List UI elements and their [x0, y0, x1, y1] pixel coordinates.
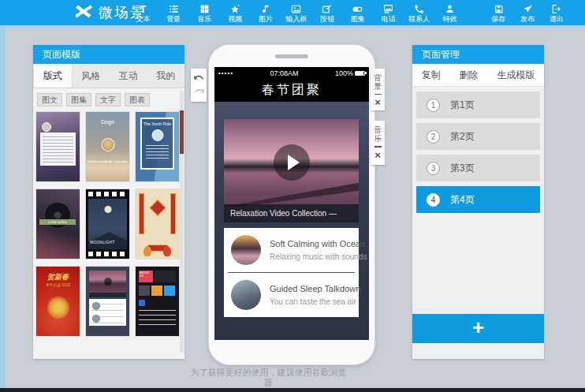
page-title[interactable]: 春节团聚 [214, 79, 369, 102]
redo-button[interactable] [194, 88, 204, 96]
page-number-badge: 4 [427, 193, 440, 207]
template-scrollbar-thumb[interactable] [180, 110, 184, 154]
delete-page-button[interactable]: 删除 [459, 69, 478, 82]
globe-circle [151, 129, 163, 141]
template-filters: 图文 图集 文字 图表 [33, 88, 184, 110]
toolbar-items: T 文本 背景 音乐 视频 图片 输入框 按钮 图集 [128, 0, 465, 25]
minimize-dash[interactable] [374, 94, 382, 95]
picture-bar-icon [383, 4, 393, 15]
template-thumbnail-love-song[interactable]: LOVE SONG [36, 189, 80, 259]
template-tabs: 版式 风格 互动 我的 [33, 64, 184, 88]
toolbar-background-button[interactable]: 背景 [158, 0, 189, 25]
background-layer-tab[interactable]: 背景 × [371, 69, 385, 110]
toolbar-input-button[interactable]: 输入框 [281, 0, 312, 25]
generate-template-button[interactable]: 生成模版 [497, 69, 535, 82]
grid-icon [199, 4, 210, 15]
mini-list [89, 299, 126, 326]
picture-icon [291, 4, 301, 15]
toolbar-gallery-button[interactable]: 图集 [342, 0, 373, 25]
template-thumbnail-doge[interactable]: Doge Follow everybody! I am doge [86, 112, 129, 181]
template-panel: 页面模版 版式 风格 互动 我的 图文 图集 文字 图表 Doge Follow… [33, 45, 184, 359]
tab-style[interactable]: 风格 [73, 64, 110, 88]
template-panel-title: 页面模版 [33, 45, 184, 64]
music-layer-tab[interactable]: 音乐 × [371, 121, 385, 165]
exit-button[interactable]: 退出 [542, 0, 571, 25]
template-grid: Doge Follow everybody! I am doge The Nor… [36, 112, 180, 336]
mini-caption-bar [89, 293, 126, 297]
gold-flower [49, 298, 68, 317]
template-thumbnail-couplets[interactable] [136, 189, 179, 259]
toolbar-button-button[interactable]: 按钮 [311, 0, 342, 25]
status-time: 07:08AM [233, 69, 335, 77]
filter-text[interactable]: 文字 [95, 93, 121, 106]
page-list: 1 第1页 2 第2页 3 第3页 4 第4页 [412, 87, 544, 213]
toolbar-image-button[interactable]: 图片 [251, 0, 281, 25]
signal-dots: ••••• [218, 69, 233, 77]
page-item-4[interactable]: 4 第4页 [416, 186, 540, 213]
add-page-button[interactable]: + [412, 314, 544, 343]
history-controls [191, 69, 207, 102]
playlist-item[interactable]: Soft Calming with Ocean Relaxing music w… [224, 228, 359, 272]
video-element[interactable]: Relaxation Video Collection — [224, 119, 359, 222]
save-button[interactable]: 保存 [484, 0, 513, 25]
filter-gallery[interactable]: 图集 [66, 93, 91, 106]
figure [163, 246, 171, 256]
publish-button[interactable]: 发布 [513, 0, 542, 25]
film-holes [88, 252, 127, 256]
left-accent-strip [0, 28, 6, 388]
check-tile [164, 286, 175, 296]
template-thumbnail-north-pole[interactable]: The North Pole [136, 112, 179, 181]
music-note-icon [261, 4, 271, 15]
page-canvas[interactable]: Relaxation Video Collection — Soft Calmi… [214, 102, 369, 340]
bottom-edge-bar [0, 388, 585, 392]
undo-button[interactable] [194, 74, 204, 83]
battery-percent: 100% [335, 69, 353, 77]
close-icon[interactable]: × [374, 151, 381, 159]
edit-icon [322, 4, 332, 15]
phone-screen[interactable]: ••••• 07:08AM 100% 春节团聚 Relaxation Video… [214, 67, 369, 340]
toggle-icon [352, 4, 363, 15]
tab-interactive[interactable]: 互动 [110, 64, 147, 88]
template-thumbnail-profile-card[interactable] [36, 112, 80, 181]
page-number-badge: 2 [427, 130, 440, 144]
tab-mine[interactable]: 我的 [147, 64, 185, 88]
chat-tile [151, 286, 162, 296]
couplet-strip [139, 193, 144, 234]
hill [88, 230, 127, 249]
phone-tile [155, 271, 176, 282]
headphones-tile [139, 286, 150, 296]
toolbar-effects-button[interactable]: 特效 [434, 0, 465, 25]
phone-speaker [275, 54, 308, 58]
template-thumbnail-video-collection[interactable] [86, 267, 129, 336]
playlist-card[interactable]: Soft Calming with Ocean Relaxing music w… [224, 228, 359, 317]
toolbar-video-button[interactable]: 视频 [220, 0, 251, 25]
toolbar-text-button[interactable]: T 文本 [128, 0, 158, 25]
template-thumbnail-he-xin-chun[interactable]: 贺新春 羊年贺岁 2015 [36, 267, 80, 336]
toolbar-music-button[interactable]: 音乐 [189, 0, 220, 25]
close-icon[interactable]: × [374, 98, 381, 106]
toolbar-phone-button[interactable]: 电话 [373, 0, 404, 25]
floppy-icon [494, 4, 504, 15]
template-thumbnail-moonlight[interactable]: MOONLIGHT [86, 189, 129, 259]
paper-plane-icon [523, 4, 533, 15]
minimize-dash[interactable] [374, 146, 382, 147]
filter-chart[interactable]: 图表 [125, 93, 150, 106]
toolbar-contacts-button[interactable]: 联系人 [404, 0, 434, 25]
editor-window: 微场景 T 文本 背景 音乐 视频 图片 输入框 按钮 [0, 0, 585, 392]
text-icon: T [140, 4, 146, 15]
copy-page-button[interactable]: 复制 [422, 69, 441, 82]
video-caption: Relaxation Video Collection — [224, 204, 359, 222]
couplet-strip [170, 193, 176, 234]
page-item-3[interactable]: 3 第3页 [416, 155, 540, 181]
playlist-item[interactable]: Guided Sleep Talkdown You can taste the … [224, 273, 359, 317]
page-item-2[interactable]: 2 第2页 [416, 123, 540, 150]
template-thumbnail-dark-tiles[interactable]: ABOUT US [136, 267, 179, 336]
filter-image-text[interactable]: 图文 [37, 93, 62, 106]
playlist-item-thumbnail [231, 235, 261, 265]
play-button[interactable] [274, 144, 310, 181]
page-item-1[interactable]: 1 第1页 [416, 91, 540, 118]
playlist-item-thumbnail [231, 280, 261, 310]
star-icon [230, 4, 240, 15]
logo-x-icon [76, 5, 93, 21]
tab-layout[interactable]: 版式 [33, 64, 73, 88]
